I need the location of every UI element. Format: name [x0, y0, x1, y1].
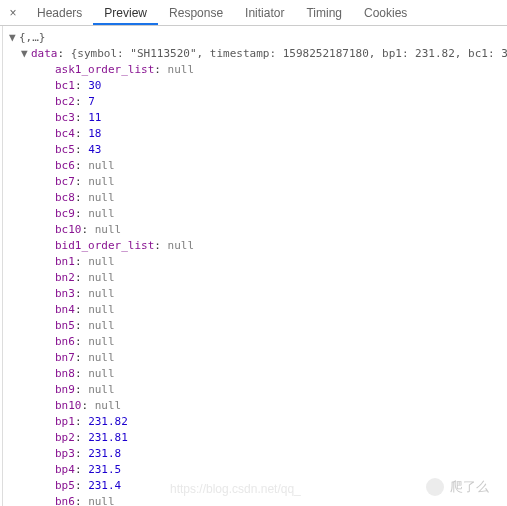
- json-value: 30: [88, 79, 101, 92]
- colon: :: [82, 223, 95, 236]
- json-key: bp5: [55, 479, 75, 492]
- json-key: bn2: [55, 271, 75, 284]
- json-row[interactable]: bn2: null: [9, 270, 507, 286]
- json-value: 231.4: [88, 479, 121, 492]
- tab-initiator[interactable]: Initiator: [234, 2, 295, 24]
- data-object-row[interactable]: ▼data: {symbol: "SH113520", timestamp: 1…: [9, 46, 507, 62]
- json-value: 231.81: [88, 431, 128, 444]
- json-value: null: [88, 351, 115, 364]
- tab-response[interactable]: Response: [158, 2, 234, 24]
- json-row[interactable]: bn8: null: [9, 366, 507, 382]
- json-key: bc2: [55, 95, 75, 108]
- json-value: null: [88, 191, 115, 204]
- json-row[interactable]: bp4: 231.5: [9, 462, 507, 478]
- tab-preview[interactable]: Preview: [93, 2, 158, 25]
- json-key: bn8: [55, 367, 75, 380]
- json-row[interactable]: bc2: 7: [9, 94, 507, 110]
- json-key: bn5: [55, 319, 75, 332]
- json-key: bn3: [55, 287, 75, 300]
- colon: :: [75, 383, 88, 396]
- expand-arrow-icon[interactable]: ▼: [21, 46, 31, 62]
- close-icon[interactable]: ×: [6, 6, 20, 20]
- json-value: 231.5: [88, 463, 121, 476]
- json-key: bc7: [55, 175, 75, 188]
- colon: :: [75, 303, 88, 316]
- json-value: 11: [88, 111, 101, 124]
- json-key: bn4: [55, 303, 75, 316]
- json-value: null: [88, 319, 115, 332]
- colon: :: [75, 207, 88, 220]
- colon: :: [75, 447, 88, 460]
- json-value: null: [88, 175, 115, 188]
- data-preview: {symbol: "SH113520", timestamp: 15982521…: [71, 47, 507, 60]
- json-row[interactable]: bn7: null: [9, 350, 507, 366]
- colon: :: [75, 175, 88, 188]
- json-row[interactable]: ask1_order_list: null: [9, 62, 507, 78]
- json-key: bn1: [55, 255, 75, 268]
- json-value: null: [88, 287, 115, 300]
- json-row[interactable]: bp2: 231.81: [9, 430, 507, 446]
- json-row[interactable]: bn3: null: [9, 286, 507, 302]
- json-row[interactable]: bn10: null: [9, 398, 507, 414]
- json-row[interactable]: bc10: null: [9, 222, 507, 238]
- json-row[interactable]: bp1: 231.82: [9, 414, 507, 430]
- colon: :: [75, 255, 88, 268]
- json-key: bp2: [55, 431, 75, 444]
- json-value: null: [168, 239, 195, 252]
- colon: :: [154, 239, 167, 252]
- root-object-row[interactable]: ▼{,…}: [9, 30, 507, 46]
- json-value: null: [88, 367, 115, 380]
- colon: :: [75, 95, 88, 108]
- json-value: null: [88, 255, 115, 268]
- json-row[interactable]: bn9: null: [9, 382, 507, 398]
- expand-arrow-icon[interactable]: ▼: [9, 30, 19, 46]
- json-key: bp4: [55, 463, 75, 476]
- json-key: data: [31, 47, 58, 60]
- json-row[interactable]: bc9: null: [9, 206, 507, 222]
- colon: :: [75, 159, 88, 172]
- colon: :: [75, 143, 88, 156]
- json-key: bc10: [55, 223, 82, 236]
- json-row[interactable]: bp5: 231.4: [9, 478, 507, 494]
- json-row[interactable]: bid1_order_list: null: [9, 238, 507, 254]
- json-row[interactable]: bc7: null: [9, 174, 507, 190]
- json-value: null: [95, 223, 122, 236]
- colon: :: [75, 367, 88, 380]
- json-key: bn6: [55, 495, 75, 506]
- tab-timing[interactable]: Timing: [295, 2, 353, 24]
- tab-cookies[interactable]: Cookies: [353, 2, 418, 24]
- colon: :: [75, 287, 88, 300]
- json-row[interactable]: bn4: null: [9, 302, 507, 318]
- json-key: bp3: [55, 447, 75, 460]
- json-key: bn10: [55, 399, 82, 412]
- colon: :: [75, 127, 88, 140]
- colon: :: [82, 399, 95, 412]
- json-key: ask1_order_list: [55, 63, 154, 76]
- json-row[interactable]: bc1: 30: [9, 78, 507, 94]
- json-row[interactable]: bc8: null: [9, 190, 507, 206]
- json-row[interactable]: bp3: 231.8: [9, 446, 507, 462]
- json-value: null: [88, 159, 115, 172]
- json-key: bp1: [55, 415, 75, 428]
- json-value: null: [88, 495, 115, 506]
- tab-headers[interactable]: Headers: [26, 2, 93, 24]
- colon: :: [75, 495, 88, 506]
- json-value: null: [88, 207, 115, 220]
- json-row[interactable]: bc5: 43: [9, 142, 507, 158]
- json-row[interactable]: bc4: 18: [9, 126, 507, 142]
- json-key: bn9: [55, 383, 75, 396]
- colon: :: [75, 479, 88, 492]
- json-row[interactable]: bn5: null: [9, 318, 507, 334]
- json-key: bc4: [55, 127, 75, 140]
- json-value: 18: [88, 127, 101, 140]
- json-key: bc9: [55, 207, 75, 220]
- json-row[interactable]: bn1: null: [9, 254, 507, 270]
- json-row[interactable]: bc3: 11: [9, 110, 507, 126]
- json-key: bc3: [55, 111, 75, 124]
- json-row[interactable]: bc6: null: [9, 158, 507, 174]
- json-value: 7: [88, 95, 95, 108]
- json-key: bn6: [55, 335, 75, 348]
- json-key: bid1_order_list: [55, 239, 154, 252]
- json-row[interactable]: bn6: null: [9, 494, 507, 506]
- json-row[interactable]: bn6: null: [9, 334, 507, 350]
